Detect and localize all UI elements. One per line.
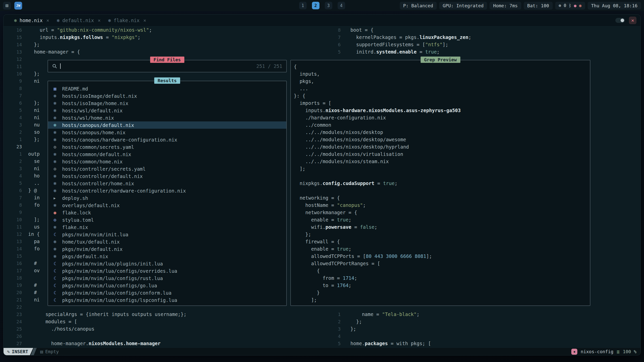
result-item[interactable]: ❄hosts/controller/default.nix — [48, 172, 286, 180]
apps-menu-button[interactable]: ⊞ — [3, 2, 11, 10]
line-number: 6 — [4, 99, 22, 107]
line-number: 13 — [4, 48, 22, 56]
code-text: kernelPackages = pkgs.linuxPackages_zen; — [345, 34, 471, 41]
line-number: 4 — [331, 333, 341, 340]
result-item[interactable]: ❄hosts/isoImage/default.nix — [48, 92, 286, 100]
code-text: ni — [28, 296, 40, 303]
code-line: 27 home-manager.nixosModules.home-manage… — [4, 340, 331, 347]
topbar-modules: P: BalancedGPU: IntegratedHome: 7msBat: … — [400, 2, 553, 10]
tab-home.nix[interactable]: ❄home.nix× — [14, 15, 49, 26]
code-line: allowedTCPPorts = [80 443 3000 6666 8081… — [294, 253, 589, 260]
result-item[interactable]: ▦README.md — [48, 85, 286, 92]
code-line: }; — [294, 231, 589, 238]
workspace-button-2[interactable]: 2 — [312, 2, 319, 9]
result-item[interactable]: ❄hosts/wsl/default.nix — [48, 107, 286, 114]
code-text: in { — [28, 231, 40, 238]
statusline: ✎ INSERT ▤ Empty ◆ nixos-config ≣ 100 % — [4, 348, 640, 355]
result-item[interactable]: ❄hosts/common/home.nix — [48, 158, 286, 165]
line-number: 1 — [4, 136, 22, 143]
result-item[interactable]: ☾pkgs/nvim/nvim/lua/configs/conform.lua — [48, 289, 286, 296]
nix-file-icon: ❄ — [57, 18, 60, 23]
result-item[interactable]: ⚙stylua.toml — [48, 216, 286, 223]
code-line: }: { — [294, 92, 589, 100]
code-line: 8 boot = { — [331, 26, 640, 34]
nix-icon: ❄ — [54, 130, 62, 135]
result-item[interactable]: ⚙hosts/controller/secrets.yaml — [48, 165, 286, 172]
code-text: }; — [28, 41, 40, 48]
code-text: pa — [28, 238, 40, 245]
line-number: 16 — [4, 26, 22, 34]
code-text: ni — [28, 165, 40, 172]
nix-icon: ❄ — [54, 137, 62, 142]
lines-icon: ≣ — [617, 349, 619, 354]
code-line: ./hardware-configuration.nix — [294, 114, 589, 121]
result-filename: hosts/canopus/hardware-configuration.nix — [62, 137, 177, 143]
result-item[interactable]: ▶deploy.sh — [48, 194, 286, 202]
result-item[interactable]: ☾pkgs/nvim/nvim/lua/plugins/init.lua — [48, 260, 286, 267]
notifications-icon[interactable]: 0 — [564, 3, 566, 8]
code-text: ov — [28, 267, 40, 274]
titlebar-toggle[interactable] — [615, 18, 625, 23]
network-icon[interactable]: ⊕ — [559, 3, 561, 8]
code-line: to = 1764; — [294, 282, 589, 289]
result-item[interactable]: ❄overlays/default.nix — [48, 202, 286, 209]
result-item[interactable]: ☾pkgs/nvim/nvim/lua/configs/lspconfig.lu… — [48, 296, 286, 304]
result-item[interactable]: ❄hosts/isoImage/home.nix — [48, 100, 286, 107]
code-line: 14 }; — [4, 41, 331, 48]
result-item[interactable]: ❄pkgs/nvim/default.nix — [48, 245, 286, 253]
result-item[interactable]: ❄hosts/canopus/home.nix — [48, 129, 286, 136]
code-line: ... — [294, 85, 589, 92]
result-filename: stylua.toml — [62, 217, 94, 223]
lua-icon: ☾ — [54, 261, 62, 266]
lua-icon: ☾ — [54, 268, 62, 274]
window-close-button[interactable]: × — [629, 17, 636, 24]
power-icon[interactable]: ◉ — [579, 3, 582, 8]
result-item[interactable]: ☾pkgs/nvim/nvim/lua/configs/rust.lua — [48, 275, 286, 282]
text-cursor — [60, 63, 61, 69]
tab-close-icon[interactable]: × — [46, 18, 49, 23]
tab-flake.nix[interactable]: ❄flake.nix× — [108, 15, 146, 26]
result-filename: flake.nix — [62, 224, 88, 230]
result-item[interactable]: ☾pkgs/nvim/nvim/lua/configs/go.lua — [48, 282, 286, 289]
bluetooth-icon[interactable]: ᛒ — [569, 3, 571, 8]
code-line: 16 url = "github:nix-community/nixos-wsl… — [4, 26, 331, 34]
tab-default.nix[interactable]: ❄default.nix× — [57, 15, 101, 26]
result-item[interactable]: ☾pkgs/nvim/nvim/lua/configs/overrides.lu… — [48, 267, 286, 275]
clock[interactable]: Thu Aug 08, 18:16 — [588, 2, 641, 10]
result-item[interactable]: ❄hosts/common/default.nix — [48, 151, 286, 158]
code-text: in — [28, 194, 40, 201]
result-item[interactable]: ❄home/tux/default.nix — [48, 238, 286, 245]
code-line: ../../modules/nixos/desktop/hyprland — [294, 143, 589, 151]
result-item[interactable]: ❄hosts/canopus/default.nix — [48, 121, 286, 129]
result-item[interactable]: ☾pkgs/nvim/nvim/init.lua — [48, 231, 286, 238]
workspace-button-4[interactable]: 4 — [338, 2, 345, 9]
code-line: nixpkgs.config.cudaSupport = true; — [294, 180, 589, 187]
result-item[interactable]: ❄hosts/controller/hardware-configuration… — [48, 187, 286, 194]
nix-icon: ❄ — [54, 246, 62, 252]
code-text: inputs, — [294, 70, 320, 78]
workspace-button-3[interactable]: 3 — [325, 2, 332, 9]
result-item[interactable]: ❄flake.nix — [48, 223, 286, 231]
line-number: 15 — [4, 34, 22, 41]
result-item[interactable]: ❄pkgs/default.nix — [48, 253, 286, 260]
code-text: ../../modules/nixos/steam.nix — [294, 158, 389, 165]
result-filename: pkgs/nvim/nvim/lua/configs/conform.lua — [62, 290, 172, 296]
line-number: 12 — [4, 231, 22, 238]
line-number: 8 — [4, 85, 22, 92]
logo-badge[interactable]: JW — [14, 2, 22, 10]
tab-close-icon[interactable]: × — [143, 18, 146, 23]
line-number: 6 — [4, 187, 22, 194]
result-counter: 251 / 251 — [256, 63, 282, 69]
code-line: 26 — [4, 333, 331, 340]
result-item[interactable]: ❄hosts/canopus/hardware-configuration.ni… — [48, 136, 286, 143]
workspace-button-1[interactable]: 1 — [299, 2, 307, 9]
tab-close-icon[interactable]: × — [98, 18, 101, 23]
line-number: 1 — [4, 150, 22, 158]
result-item[interactable]: ❄hosts/wsl/home.nix — [48, 114, 286, 121]
result-item[interactable]: ❄hosts/controller/home.nix — [48, 180, 286, 187]
result-filename: pkgs/nvim/nvim/lua/plugins/init.lua — [62, 261, 163, 266]
result-item[interactable]: ●flake.lock — [48, 209, 286, 216]
record-icon[interactable]: ● — [574, 3, 576, 8]
result-item[interactable]: ⚙hosts/common/secrets.yaml — [48, 143, 286, 151]
line-number: 3 — [4, 121, 22, 128]
